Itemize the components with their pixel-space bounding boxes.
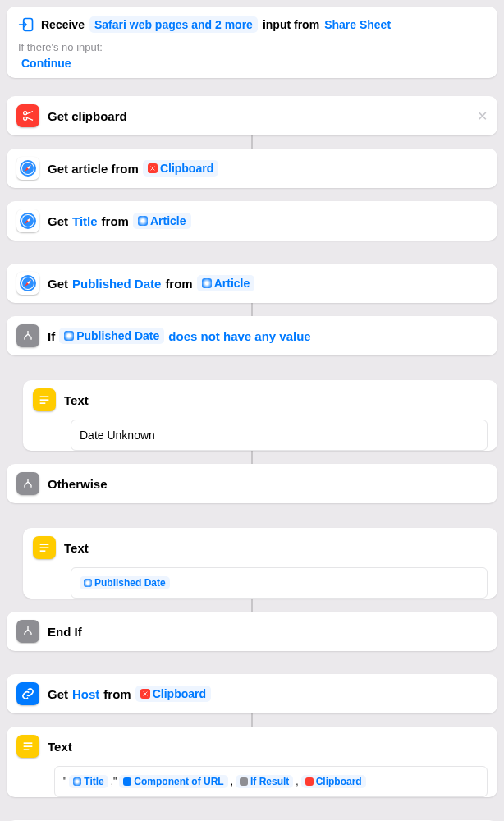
separator: , bbox=[231, 776, 233, 787]
end-if-action[interactable]: End If bbox=[7, 612, 497, 651]
branch-mini-icon bbox=[240, 777, 248, 786]
text-content: Date Unknown bbox=[80, 429, 155, 442]
if-action[interactable]: If Published Date does not have any valu… bbox=[7, 316, 497, 355]
svg-rect-18 bbox=[24, 742, 33, 744]
svg-rect-16 bbox=[40, 547, 49, 548]
safari-mini-icon bbox=[138, 216, 148, 226]
title-token[interactable]: Title bbox=[72, 214, 98, 228]
get-label: Get bbox=[48, 214, 68, 228]
text-field[interactable]: " Title ," Component of URL , If Result … bbox=[54, 766, 488, 797]
text-label: Text bbox=[64, 541, 89, 555]
text-action-2[interactable]: Text Published Date bbox=[23, 528, 497, 599]
get-title-action[interactable]: Get Title from Article bbox=[7, 201, 497, 241]
get-article-action[interactable]: Get article from Clipboard bbox=[7, 149, 497, 188]
separator: , bbox=[296, 776, 298, 787]
svg-rect-20 bbox=[24, 749, 30, 750]
text-icon bbox=[33, 388, 56, 411]
published-date-var-token[interactable]: Published Date bbox=[80, 576, 170, 589]
quote: " bbox=[63, 776, 66, 787]
branch-icon bbox=[16, 620, 39, 643]
separator: ," bbox=[111, 776, 117, 787]
safari-mini-icon bbox=[73, 777, 81, 786]
get-article-label: Get article from bbox=[48, 162, 139, 176]
clipboard-token[interactable]: Clipboard bbox=[143, 160, 218, 177]
connector bbox=[7, 599, 497, 612]
no-input-label: If there's no input: bbox=[18, 41, 488, 53]
action-title: Get clipboard bbox=[48, 109, 127, 123]
component-url-token[interactable]: Component of URL bbox=[119, 775, 227, 788]
condition-token[interactable]: does not have any value bbox=[168, 329, 310, 343]
svg-rect-15 bbox=[40, 544, 49, 545]
scissors-mini-icon bbox=[305, 777, 314, 786]
link-mini-icon bbox=[123, 777, 131, 786]
if-label: If bbox=[48, 329, 55, 343]
text-field[interactable]: Date Unknown bbox=[71, 420, 488, 451]
from-label: from bbox=[102, 214, 129, 228]
clipboard-token[interactable]: Clipboard bbox=[135, 686, 211, 702]
get-published-date-action[interactable]: Get Published Date from Article bbox=[7, 264, 497, 303]
safari-icon bbox=[16, 157, 39, 180]
text-label: Text bbox=[64, 393, 89, 407]
connector bbox=[7, 303, 497, 316]
text-label: Text bbox=[48, 740, 72, 754]
scissors-mini-icon bbox=[148, 163, 158, 173]
svg-rect-13 bbox=[40, 399, 49, 401]
article-token[interactable]: Article bbox=[133, 213, 191, 229]
title-var-token[interactable]: Title bbox=[69, 775, 108, 788]
scissors-icon bbox=[16, 104, 39, 127]
safari-icon bbox=[16, 272, 39, 295]
safari-icon bbox=[16, 209, 39, 232]
link-icon bbox=[16, 682, 39, 705]
get-host-action[interactable]: Get Host from Clipboard bbox=[7, 674, 497, 713]
published-date-var-token[interactable]: Published Date bbox=[59, 328, 164, 344]
input-types-token[interactable]: Safari web pages and 2 more bbox=[89, 16, 258, 33]
text-field[interactable]: Published Date bbox=[71, 567, 488, 599]
get-label: Get bbox=[48, 687, 68, 701]
svg-rect-14 bbox=[40, 402, 46, 404]
svg-rect-17 bbox=[40, 550, 46, 552]
end-if-label: End If bbox=[48, 625, 82, 639]
otherwise-action[interactable]: Otherwise bbox=[7, 464, 497, 503]
receive-action[interactable]: Receive Safari web pages and 2 more inpu… bbox=[7, 7, 497, 78]
text-icon bbox=[33, 536, 56, 559]
close-icon[interactable]: ✕ bbox=[477, 108, 488, 124]
receive-label: Receive bbox=[41, 18, 85, 31]
get-label: Get bbox=[48, 277, 68, 291]
connector bbox=[7, 713, 497, 727]
safari-mini-icon bbox=[202, 278, 212, 288]
scissors-mini-icon bbox=[140, 689, 150, 699]
input-icon bbox=[16, 15, 36, 34]
svg-rect-12 bbox=[40, 396, 49, 397]
branch-icon bbox=[16, 324, 39, 347]
from-label: from bbox=[103, 687, 131, 701]
svg-rect-19 bbox=[24, 745, 33, 747]
connector bbox=[7, 451, 497, 464]
safari-mini-icon bbox=[84, 579, 92, 587]
safari-mini-icon bbox=[64, 331, 74, 341]
if-result-token[interactable]: If Result bbox=[236, 775, 293, 788]
otherwise-label: Otherwise bbox=[48, 477, 108, 491]
branch-icon bbox=[16, 472, 39, 495]
text-action-1[interactable]: Text Date Unknown bbox=[23, 380, 497, 451]
text-icon bbox=[16, 735, 39, 758]
get-clipboard-action[interactable]: Get clipboard ✕ bbox=[7, 96, 497, 135]
connector bbox=[7, 135, 497, 149]
article-token[interactable]: Article bbox=[197, 275, 255, 291]
text-action-3[interactable]: Text " Title ," Component of URL , If Re… bbox=[7, 727, 497, 797]
input-from-label: input from bbox=[263, 18, 319, 31]
published-date-token[interactable]: Published Date bbox=[72, 277, 161, 291]
host-token[interactable]: Host bbox=[72, 687, 99, 701]
continue-option[interactable]: Continue bbox=[21, 57, 488, 70]
from-label: from bbox=[165, 277, 192, 291]
share-sheet-token[interactable]: Share Sheet bbox=[324, 18, 391, 31]
clipboard-token[interactable]: Clipboard bbox=[301, 775, 366, 788]
